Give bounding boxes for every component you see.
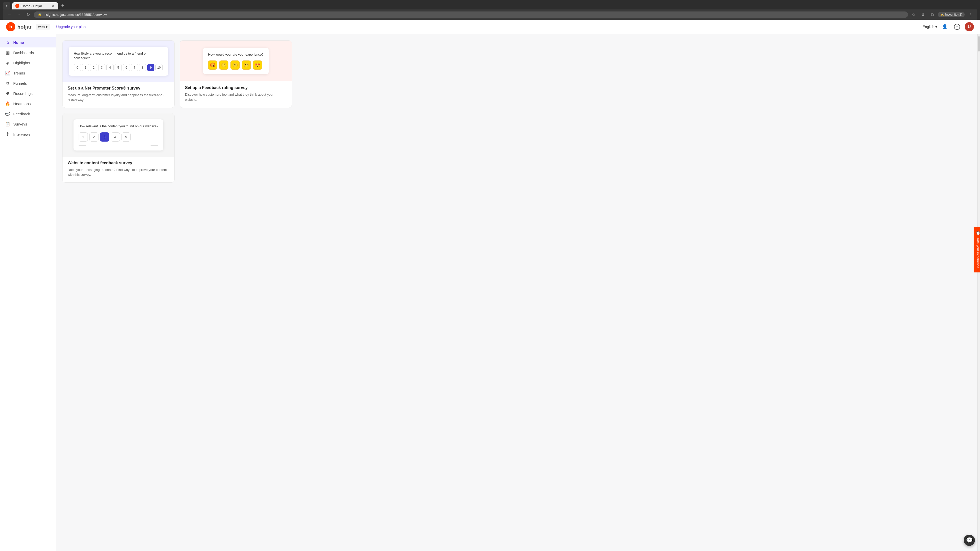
- interviews-icon: 🎙: [5, 132, 10, 137]
- toolbar-actions: ☆ ⬇ ⧉ 🕵 Incognito (2) ⋮: [910, 11, 974, 18]
- sidebar: ⌂ Home ▦ Dashboards ◈ Highlights 📈 Trend…: [0, 34, 56, 551]
- language-selector[interactable]: English ▾: [923, 25, 937, 29]
- address-bar[interactable]: 🔒 insights.hotjar.com/sites/3825551/over…: [34, 11, 908, 18]
- nps-btn-0: 0: [74, 64, 81, 71]
- rating-scale: 1 2 3 4 5: [79, 132, 159, 141]
- nps-btn-9: 9: [147, 64, 154, 71]
- refresh-button[interactable]: ↻: [24, 11, 32, 18]
- app-layout: ⌂ Home ▦ Dashboards ◈ Highlights 📈 Trend…: [0, 34, 980, 551]
- dashboards-icon: ▦: [5, 50, 10, 55]
- hotjar-logo-icon: h: [6, 22, 15, 32]
- relevance-preview-widget: How relevant is the content you found on…: [73, 119, 164, 150]
- help-icon: ?: [954, 24, 960, 30]
- relevance-card-preview: How relevant is the content you found on…: [62, 113, 174, 156]
- rating-question: How would you rate your experience?: [208, 52, 264, 57]
- chat-button[interactable]: 💬: [964, 535, 975, 546]
- menu-button[interactable]: ⋮: [967, 11, 974, 18]
- new-tab-button[interactable]: +: [59, 2, 66, 10]
- site-selector[interactable]: web ▾: [36, 24, 50, 30]
- active-tab[interactable]: H Home - Hotjar ×: [12, 2, 58, 10]
- survey-cards-grid: How likely are you to recommend us to a …: [62, 40, 292, 183]
- rating-card-body: Set up a Feedback rating survey Discover…: [180, 81, 292, 107]
- sidebar-item-funnels[interactable]: ⧉ Funnels: [0, 78, 56, 88]
- incognito-icon: 🕵: [940, 13, 944, 16]
- nps-card-desc: Measure long-term customer loyalty and h…: [68, 93, 169, 103]
- sidebar-item-interviews-label: Interviews: [13, 132, 30, 137]
- sidebar-item-interviews[interactable]: 🎙 Interviews: [0, 129, 56, 139]
- browser-tabs: ▾ H Home - Hotjar × +: [3, 2, 977, 10]
- home-icon: ⌂: [5, 40, 10, 45]
- tab-switcher[interactable]: ▾: [3, 2, 10, 10]
- rating-btn-5: 5: [121, 132, 130, 141]
- rating-line-left: [79, 145, 86, 146]
- nps-card-preview: How likely are you to recommend us to a …: [62, 41, 174, 82]
- right-scrollbar[interactable]: [977, 34, 980, 551]
- sidebar-item-trends[interactable]: 📈 Trends: [0, 68, 56, 78]
- invite-user-button[interactable]: 👤: [940, 22, 950, 32]
- rating-card-desc: Discover how customers feel and what the…: [185, 92, 286, 102]
- heatmaps-icon: 🔥: [5, 101, 10, 106]
- surveys-icon: 📋: [5, 121, 10, 127]
- relevance-survey-card[interactable]: How relevant is the content you found on…: [62, 113, 175, 183]
- chat-icon: 💬: [966, 537, 973, 544]
- avatar[interactable]: U: [965, 22, 974, 32]
- app-header: h hotjar web ▾ Upgrade your plans Englis…: [0, 20, 980, 34]
- upgrade-link[interactable]: Upgrade your plans: [56, 25, 87, 29]
- back-button[interactable]: ←: [6, 11, 13, 18]
- recordings-icon: ⏺: [5, 91, 10, 96]
- sidebar-item-home[interactable]: ⌂ Home: [0, 37, 56, 48]
- emoji-happy: 🙂: [242, 60, 251, 70]
- feedback-icon: 💬: [5, 111, 10, 116]
- help-button[interactable]: ?: [953, 22, 962, 32]
- rating-card-title: Set up a Feedback rating survey: [185, 86, 286, 90]
- nps-card-body: Set up a Net Promoter Score® survey Meas…: [62, 82, 174, 108]
- funnels-icon: ⧉: [5, 81, 10, 86]
- sidebar-item-highlights[interactable]: ◈ Highlights: [0, 58, 56, 68]
- sidebar-item-home-label: Home: [13, 40, 24, 44]
- sidebar-item-heatmaps[interactable]: 🔥 Heatmaps: [0, 98, 56, 109]
- trends-icon: 📈: [5, 70, 10, 76]
- nps-btn-7: 7: [131, 64, 138, 71]
- rating-preview-widget: How would you rate your experience? 😡 😟 …: [203, 48, 269, 74]
- relevance-card-title: Website content feedback survey: [68, 161, 169, 165]
- tab-close-button[interactable]: ×: [52, 4, 54, 8]
- site-chevron-icon: ▾: [46, 25, 48, 29]
- sidebar-item-feedback[interactable]: 💬 Feedback: [0, 109, 56, 119]
- rating-btn-1: 1: [79, 132, 88, 141]
- sidebar-item-surveys[interactable]: 📋 Surveys: [0, 119, 56, 129]
- rating-survey-card[interactable]: How would you rate your experience? 😡 😟 …: [180, 40, 292, 108]
- sidebar-item-feedback-label: Feedback: [13, 112, 30, 116]
- rating-card-preview: How would you rate your experience? 😡 😟 …: [180, 41, 292, 81]
- nps-btn-6: 6: [123, 64, 130, 71]
- nps-btn-8: 8: [139, 64, 146, 71]
- emoji-angry: 😡: [208, 60, 217, 70]
- scrollbar-thumb: [978, 36, 980, 52]
- rate-experience-button[interactable]: 💬 Rate your experience: [974, 227, 980, 272]
- extensions-button[interactable]: ⧉: [928, 11, 935, 18]
- header-actions: English ▾ 👤 ? U: [923, 22, 974, 32]
- site-label: web: [38, 25, 45, 29]
- lang-chevron-icon: ▾: [935, 25, 937, 29]
- highlights-icon: ◈: [5, 60, 10, 65]
- lock-icon: 🔒: [38, 13, 41, 16]
- sidebar-item-funnels-label: Funnels: [13, 81, 27, 86]
- relevance-question: How relevant is the content you found on…: [79, 124, 159, 129]
- nav-spacer: [0, 139, 56, 551]
- rating-btn-3: 3: [100, 132, 109, 141]
- tab-favicon: H: [15, 4, 19, 8]
- forward-button[interactable]: →: [15, 11, 22, 18]
- relevance-card-desc: Does your messaging resonate? Find ways …: [68, 167, 169, 177]
- download-button[interactable]: ⬇: [919, 11, 926, 18]
- sidebar-item-dashboards[interactable]: ▦ Dashboards: [0, 48, 56, 58]
- sidebar-item-highlights-label: Highlights: [13, 61, 30, 65]
- emoji-love: 😍: [253, 60, 262, 70]
- sidebar-item-trends-label: Trends: [13, 71, 25, 75]
- bookmark-button[interactable]: ☆: [910, 11, 917, 18]
- emoji-sad: 😟: [219, 60, 228, 70]
- nps-btn-5: 5: [115, 64, 122, 71]
- sidebar-item-recordings[interactable]: ⏺ Recordings: [0, 88, 56, 98]
- nps-preview-widget: How likely are you to recommend us to a …: [68, 47, 168, 76]
- nps-survey-card[interactable]: How likely are you to recommend us to a …: [62, 40, 175, 108]
- tab-title: Home - Hotjar: [21, 4, 42, 8]
- rate-experience-icon: 💬: [976, 231, 980, 235]
